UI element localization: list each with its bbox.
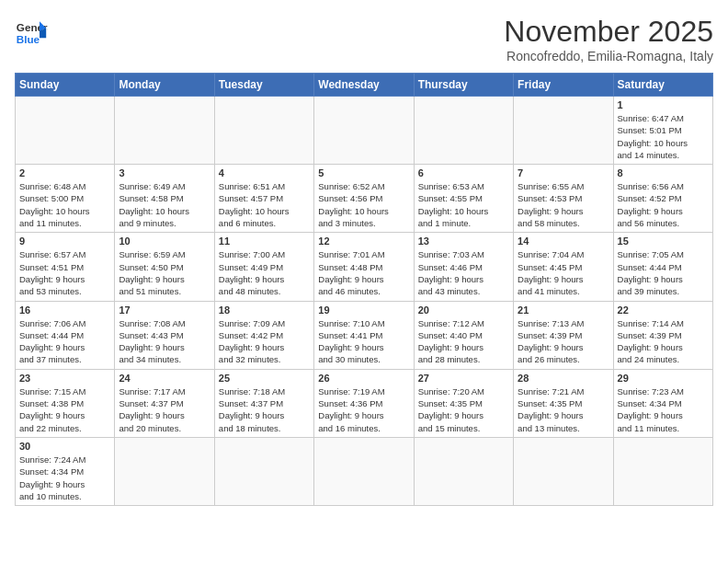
day-number: 12 <box>318 236 409 247</box>
day-info: Sunrise: 7:06 AMSunset: 4:44 PMDaylight:… <box>19 317 110 366</box>
day-number: 9 <box>19 236 110 247</box>
day-number: 29 <box>618 373 709 384</box>
calendar-cell: 28Sunrise: 7:21 AMSunset: 4:35 PMDayligh… <box>514 369 613 437</box>
day-info: Sunrise: 7:20 AMSunset: 4:35 PMDaylight:… <box>418 385 509 434</box>
day-number: 1 <box>618 99 709 110</box>
day-info: Sunrise: 6:56 AMSunset: 4:52 PMDaylight:… <box>618 180 709 229</box>
calendar-cell <box>514 437 613 505</box>
calendar-cell: 24Sunrise: 7:17 AMSunset: 4:37 PMDayligh… <box>115 369 214 437</box>
day-info: Sunrise: 6:53 AMSunset: 4:55 PMDaylight:… <box>418 180 509 229</box>
day-number: 28 <box>518 373 609 384</box>
day-number: 27 <box>418 373 509 384</box>
calendar-cell: 16Sunrise: 7:06 AMSunset: 4:44 PMDayligh… <box>16 301 115 369</box>
calendar-cell <box>214 97 313 165</box>
week-row-6: 30Sunrise: 7:24 AMSunset: 4:34 PMDayligh… <box>16 437 713 505</box>
calendar-cell: 22Sunrise: 7:14 AMSunset: 4:39 PMDayligh… <box>613 301 712 369</box>
week-row-4: 16Sunrise: 7:06 AMSunset: 4:44 PMDayligh… <box>16 301 713 369</box>
day-info: Sunrise: 7:24 AMSunset: 4:34 PMDaylight:… <box>19 454 110 502</box>
svg-text:Blue: Blue <box>17 33 40 45</box>
day-number: 14 <box>518 236 609 247</box>
calendar-cell: 8Sunrise: 6:56 AMSunset: 4:52 PMDaylight… <box>613 165 712 233</box>
week-row-3: 9Sunrise: 6:57 AMSunset: 4:51 PMDaylight… <box>16 233 713 301</box>
day-info: Sunrise: 6:48 AMSunset: 5:00 PMDaylight:… <box>19 180 110 229</box>
column-header-wednesday: Wednesday <box>314 74 414 97</box>
column-header-friday: Friday <box>514 74 613 97</box>
day-number: 26 <box>318 373 409 384</box>
day-info: Sunrise: 7:19 AMSunset: 4:36 PMDaylight:… <box>318 385 409 434</box>
column-header-sunday: Sunday <box>16 74 115 97</box>
day-info: Sunrise: 7:21 AMSunset: 4:35 PMDaylight:… <box>518 385 609 434</box>
day-number: 11 <box>219 236 310 247</box>
calendar-cell: 26Sunrise: 7:19 AMSunset: 4:36 PMDayligh… <box>314 369 414 437</box>
calendar-cell: 4Sunrise: 6:51 AMSunset: 4:57 PMDaylight… <box>214 165 313 233</box>
day-info: Sunrise: 7:08 AMSunset: 4:43 PMDaylight:… <box>119 317 210 366</box>
calendar-cell: 18Sunrise: 7:09 AMSunset: 4:42 PMDayligh… <box>214 301 313 369</box>
day-info: Sunrise: 6:52 AMSunset: 4:56 PMDaylight:… <box>318 180 409 229</box>
day-number: 22 <box>618 304 709 316</box>
day-number: 7 <box>518 167 609 178</box>
day-info: Sunrise: 7:17 AMSunset: 4:37 PMDaylight:… <box>119 385 210 434</box>
day-info: Sunrise: 6:55 AMSunset: 4:53 PMDaylight:… <box>518 180 609 229</box>
calendar-header-row: SundayMondayTuesdayWednesdayThursdayFrid… <box>16 74 713 97</box>
calendar-cell: 25Sunrise: 7:18 AMSunset: 4:37 PMDayligh… <box>214 369 313 437</box>
page-header: General Blue November 2025 Roncofreddo, … <box>15 15 713 63</box>
day-info: Sunrise: 7:09 AMSunset: 4:42 PMDaylight:… <box>219 317 310 366</box>
week-row-2: 2Sunrise: 6:48 AMSunset: 5:00 PMDaylight… <box>16 165 713 233</box>
day-number: 8 <box>618 167 709 178</box>
calendar-cell: 7Sunrise: 6:55 AMSunset: 4:53 PMDaylight… <box>514 165 613 233</box>
day-info: Sunrise: 7:00 AMSunset: 4:49 PMDaylight:… <box>219 248 310 297</box>
day-number: 25 <box>219 373 310 384</box>
calendar-cell: 3Sunrise: 6:49 AMSunset: 4:58 PMDaylight… <box>115 165 214 233</box>
logo: General Blue <box>15 15 48 48</box>
calendar-cell: 2Sunrise: 6:48 AMSunset: 5:00 PMDaylight… <box>16 165 115 233</box>
calendar-cell: 21Sunrise: 7:13 AMSunset: 4:39 PMDayligh… <box>514 301 613 369</box>
day-number: 23 <box>19 373 110 384</box>
day-number: 18 <box>219 304 310 316</box>
calendar-cell <box>613 437 712 505</box>
calendar-cell <box>514 97 613 165</box>
calendar-cell: 20Sunrise: 7:12 AMSunset: 4:40 PMDayligh… <box>414 301 513 369</box>
calendar-cell: 17Sunrise: 7:08 AMSunset: 4:43 PMDayligh… <box>115 301 214 369</box>
day-number: 24 <box>119 373 210 384</box>
day-number: 13 <box>418 236 509 247</box>
calendar-cell <box>115 97 214 165</box>
calendar-cell: 12Sunrise: 7:01 AMSunset: 4:48 PMDayligh… <box>314 233 414 301</box>
calendar-cell: 14Sunrise: 7:04 AMSunset: 4:45 PMDayligh… <box>514 233 613 301</box>
day-number: 21 <box>518 304 609 316</box>
day-info: Sunrise: 7:12 AMSunset: 4:40 PMDaylight:… <box>418 317 509 366</box>
logo-icon: General Blue <box>15 15 48 48</box>
day-number: 20 <box>418 304 509 316</box>
day-info: Sunrise: 7:23 AMSunset: 4:34 PMDaylight:… <box>618 385 709 434</box>
day-info: Sunrise: 7:15 AMSunset: 4:38 PMDaylight:… <box>19 385 110 434</box>
calendar-cell: 11Sunrise: 7:00 AMSunset: 4:49 PMDayligh… <box>214 233 313 301</box>
day-number: 4 <box>219 167 310 178</box>
column-header-tuesday: Tuesday <box>214 74 313 97</box>
column-header-saturday: Saturday <box>613 74 712 97</box>
calendar-cell: 19Sunrise: 7:10 AMSunset: 4:41 PMDayligh… <box>314 301 414 369</box>
calendar-cell: 13Sunrise: 7:03 AMSunset: 4:46 PMDayligh… <box>414 233 513 301</box>
calendar-cell <box>314 437 414 505</box>
calendar-cell: 29Sunrise: 7:23 AMSunset: 4:34 PMDayligh… <box>613 369 712 437</box>
calendar-cell: 15Sunrise: 7:05 AMSunset: 4:44 PMDayligh… <box>613 233 712 301</box>
calendar-cell: 23Sunrise: 7:15 AMSunset: 4:38 PMDayligh… <box>16 369 115 437</box>
day-info: Sunrise: 7:01 AMSunset: 4:48 PMDaylight:… <box>318 248 409 297</box>
calendar-cell: 30Sunrise: 7:24 AMSunset: 4:34 PMDayligh… <box>16 437 115 505</box>
calendar-cell: 5Sunrise: 6:52 AMSunset: 4:56 PMDaylight… <box>314 165 414 233</box>
day-info: Sunrise: 6:47 AMSunset: 5:01 PMDaylight:… <box>618 112 709 161</box>
calendar-cell <box>314 97 414 165</box>
day-info: Sunrise: 7:04 AMSunset: 4:45 PMDaylight:… <box>518 248 609 297</box>
day-number: 10 <box>119 236 210 247</box>
calendar-cell <box>115 437 214 505</box>
title-block: November 2025 Roncofreddo, Emilia-Romagn… <box>504 15 713 63</box>
day-number: 17 <box>119 304 210 316</box>
column-header-thursday: Thursday <box>414 74 513 97</box>
day-info: Sunrise: 7:18 AMSunset: 4:37 PMDaylight:… <box>219 385 310 434</box>
calendar-table: SundayMondayTuesdayWednesdayThursdayFrid… <box>15 73 713 506</box>
day-info: Sunrise: 7:05 AMSunset: 4:44 PMDaylight:… <box>618 248 709 297</box>
day-number: 16 <box>19 304 110 316</box>
day-number: 19 <box>318 304 409 316</box>
day-number: 5 <box>318 167 409 178</box>
column-header-monday: Monday <box>115 74 214 97</box>
calendar-cell: 27Sunrise: 7:20 AMSunset: 4:35 PMDayligh… <box>414 369 513 437</box>
calendar-cell <box>214 437 313 505</box>
